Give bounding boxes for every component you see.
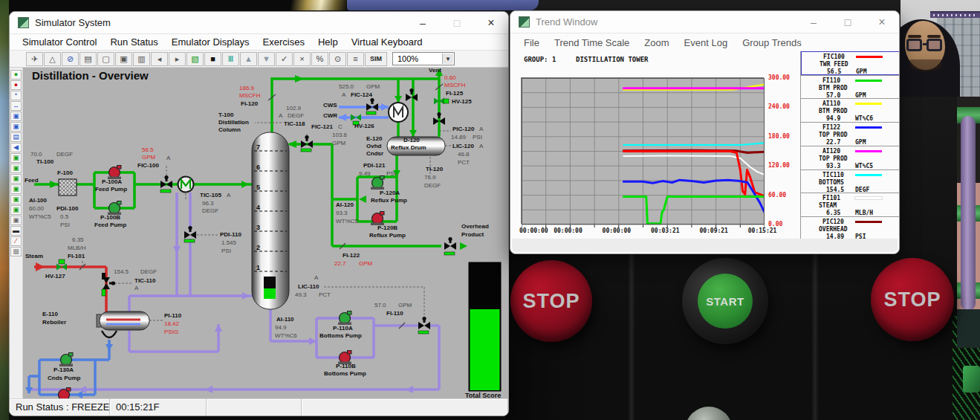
minimize-button[interactable]: – bbox=[796, 11, 831, 33]
stop-button-right[interactable]: STOP bbox=[871, 258, 954, 341]
diagram-label: Cndsr bbox=[366, 151, 383, 158]
diagram-label: Overhead bbox=[461, 224, 489, 230]
page-image-icon[interactable]: ▥ bbox=[133, 52, 150, 66]
diagram-label: TI-120 bbox=[426, 167, 443, 173]
layers-icon[interactable]: ≡ bbox=[347, 52, 364, 66]
alarm-icon[interactable]: △ bbox=[44, 52, 61, 66]
menu-help[interactable]: Help bbox=[311, 36, 345, 48]
legend-value: 56.5 bbox=[827, 68, 841, 75]
up-icon[interactable]: ▲ bbox=[240, 52, 257, 66]
diagram-label: AI-110 bbox=[276, 317, 294, 323]
legend-color-swatch bbox=[855, 126, 882, 129]
start-button[interactable]: START bbox=[682, 258, 768, 344]
legend-description: STEAM bbox=[819, 202, 837, 209]
diagram-label: FI-120 bbox=[241, 101, 258, 108]
legend-color-swatch bbox=[855, 221, 882, 223]
maximize-button[interactable]: □ bbox=[440, 12, 474, 33]
graphic-6-icon[interactable]: ▣ bbox=[10, 205, 22, 215]
menu-virtual-keyboard[interactable]: Virtual Keyboard bbox=[345, 36, 429, 48]
menu-event-log[interactable]: Event Log bbox=[677, 37, 736, 48]
grid-icon[interactable]: ▩ bbox=[10, 247, 22, 256]
diagram-label: HV-127 bbox=[45, 274, 65, 280]
diagram-label: 57.0 bbox=[374, 303, 386, 309]
diagram-label: LIC-110 bbox=[298, 284, 319, 291]
monitor-b-icon[interactable]: ▣ bbox=[10, 122, 22, 132]
simulator-toolbar: ✈△⊘▤▢▣▥◂▸▧■Ⅲ▲▼✓×%⊙≡SIM100%▼ bbox=[10, 51, 508, 68]
screen-icon[interactable]: ■ bbox=[204, 52, 221, 66]
menu-group-trends[interactable]: Group Trends bbox=[735, 37, 809, 48]
minimize-button[interactable]: – bbox=[406, 12, 440, 33]
down-icon[interactable]: ▼ bbox=[258, 52, 275, 66]
copy-icon[interactable]: ▣ bbox=[10, 216, 22, 225]
cancel-icon[interactable]: × bbox=[293, 52, 311, 66]
webcam-banner bbox=[930, 11, 980, 18]
simulator-titlebar[interactable]: Simulator System – □ × bbox=[10, 12, 508, 34]
green-pipe bbox=[963, 366, 980, 392]
x-axis-tick: 00:09:21 bbox=[699, 227, 728, 234]
legend-value: 6.35 bbox=[826, 210, 840, 216]
diagram-label: GPM bbox=[398, 303, 412, 309]
trend-columns-icon[interactable]: Ⅲ bbox=[222, 52, 239, 66]
diagram-label: 49.3 bbox=[295, 292, 307, 299]
dark-screen-icon[interactable]: ▬ bbox=[10, 226, 22, 236]
diagram-label: TI-100 bbox=[36, 159, 53, 166]
legend-description: BTM PROD bbox=[819, 85, 848, 91]
eyebrow bbox=[927, 35, 941, 38]
y-axis-tick: 300.00 bbox=[768, 74, 790, 81]
new-page-icon[interactable]: ▢ bbox=[97, 52, 114, 66]
speaker-icon[interactable]: ◀ bbox=[10, 143, 22, 152]
menu-exercises[interactable]: Exercises bbox=[256, 36, 311, 48]
sim-mode-button[interactable]: SIM bbox=[365, 52, 387, 66]
legend-description: BOTTOMS bbox=[819, 179, 844, 186]
doc-icon[interactable]: ▤ bbox=[10, 132, 22, 142]
forward-display-icon[interactable]: ▸ bbox=[169, 52, 186, 66]
graphic-1-icon[interactable]: ▣ bbox=[10, 153, 22, 163]
close-button[interactable]: × bbox=[865, 11, 899, 33]
diagram-label: GPM bbox=[366, 84, 380, 91]
x-axis-tick: 00:03:21 bbox=[651, 227, 680, 234]
search-icon[interactable]: ⊙ bbox=[329, 52, 346, 66]
page-down-icon[interactable]: ▣ bbox=[115, 52, 132, 66]
alarm-disable-icon[interactable]: ⊘ bbox=[62, 52, 79, 66]
diagram-title: Distillation - Overview bbox=[32, 69, 149, 82]
legend-tag: FI101 bbox=[822, 195, 840, 201]
menu-run-status[interactable]: Run Status bbox=[103, 36, 164, 48]
menu-trend-time-scale[interactable]: Trend Time Scale bbox=[547, 37, 637, 48]
run-indicator-icon[interactable]: ● bbox=[10, 70, 22, 80]
legend-tag: FI122 bbox=[822, 124, 840, 131]
swap-icon[interactable]: ↔ bbox=[10, 101, 22, 111]
diagram-label: PCT bbox=[458, 160, 470, 167]
menu-emulator-displays[interactable]: Emulator Displays bbox=[165, 36, 256, 48]
graphic-4-icon[interactable]: ▣ bbox=[10, 184, 22, 194]
diagram-label: HV-126 bbox=[354, 123, 374, 130]
plant-overview-icon[interactable]: ✈ bbox=[26, 52, 43, 66]
green-doc-icon[interactable]: ▧ bbox=[186, 52, 204, 66]
stop-button-left[interactable]: STOP bbox=[510, 260, 592, 342]
menu-simulator-control[interactable]: Simulator Control bbox=[16, 36, 103, 48]
graphic-5-icon[interactable]: ▣ bbox=[10, 195, 22, 204]
process-diagram[interactable]: Distillation - Overview Total Score 70.0… bbox=[23, 68, 508, 398]
accept-icon[interactable]: ✓ bbox=[276, 52, 293, 66]
back-display-icon[interactable]: ◂ bbox=[151, 52, 168, 66]
diagram-label: C bbox=[338, 124, 343, 131]
marker-icon[interactable]: ∕ bbox=[10, 236, 22, 246]
diagram-label: A bbox=[134, 285, 138, 292]
diagram-label: LIC-120 bbox=[452, 143, 474, 150]
monitor-a-icon[interactable]: ▣ bbox=[10, 112, 22, 121]
percent-icon[interactable]: % bbox=[311, 52, 328, 66]
chevron-down-icon[interactable]: ▼ bbox=[442, 54, 453, 64]
diagram-label: AI-120 bbox=[336, 202, 354, 209]
diagram-label: Bottoms Pump bbox=[324, 371, 366, 378]
close-button[interactable]: × bbox=[474, 12, 508, 33]
trend-titlebar[interactable]: Trend Window – □ × bbox=[510, 11, 899, 33]
menu-zoom[interactable]: Zoom bbox=[637, 37, 676, 48]
diagram-label: WT%C5 bbox=[29, 214, 51, 221]
graphic-2-icon[interactable]: ▣ bbox=[10, 164, 22, 173]
alarm-list-icon[interactable]: ▤ bbox=[79, 52, 97, 66]
snapshot-icon[interactable]: * bbox=[10, 91, 22, 100]
menu-file[interactable]: File bbox=[516, 37, 547, 48]
maximize-button[interactable]: □ bbox=[831, 11, 865, 33]
graphic-3-icon[interactable]: ▣ bbox=[10, 174, 22, 184]
stop-indicator-icon[interactable]: ● bbox=[10, 80, 22, 90]
zoom-level-select[interactable]: 100%▼ bbox=[392, 52, 455, 65]
